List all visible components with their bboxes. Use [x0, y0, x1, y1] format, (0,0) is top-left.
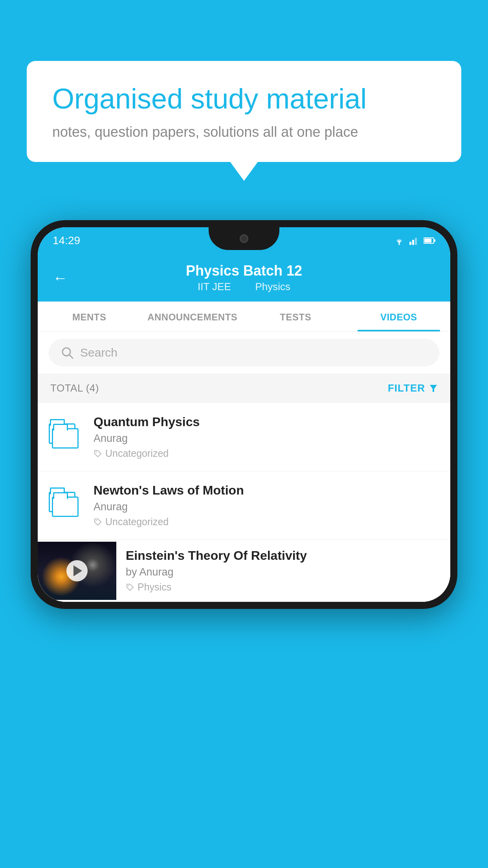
phone-screen: 14:29 [38, 227, 450, 602]
play-button[interactable] [66, 560, 88, 581]
item-tag-text: Physics [138, 581, 171, 593]
item-author: by Anurag [126, 566, 441, 578]
svg-line-8 [69, 355, 73, 358]
folder-front [52, 428, 79, 449]
header-sub-separator [242, 281, 247, 292]
filter-bar: TOTAL (4) FILTER [38, 373, 450, 403]
svg-rect-2 [412, 240, 414, 245]
svg-marker-9 [430, 385, 437, 392]
video-list: Quantum Physics Anurag Uncategorized [38, 403, 450, 602]
filter-button[interactable]: FILTER [388, 382, 438, 394]
tag-icon [94, 518, 102, 526]
search-icon [61, 346, 74, 359]
back-button[interactable]: ← [53, 270, 68, 285]
speech-bubble-card: Organised study material notes, question… [27, 61, 461, 162]
status-icons [394, 236, 435, 245]
tag-icon [126, 583, 134, 592]
notch [209, 227, 279, 250]
app-header: ← Physics Batch 12 IIT JEE Physics [38, 254, 450, 302]
play-triangle-icon [73, 565, 82, 576]
list-item[interactable]: Newton's Laws of Motion Anurag Uncategor… [38, 471, 450, 540]
svg-point-12 [128, 585, 129, 586]
svg-rect-1 [409, 242, 411, 245]
signal-icon [409, 236, 419, 245]
phone-outer: 14:29 [31, 220, 457, 609]
list-item[interactable]: Quantum Physics Anurag Uncategorized [38, 403, 450, 471]
speech-bubble: Organised study material notes, question… [27, 61, 461, 162]
search-bar-container: Search [38, 332, 450, 373]
item-tag: Physics [126, 581, 441, 593]
speech-bubble-title: Organised study material [52, 83, 436, 115]
item-title: Quantum Physics [94, 415, 439, 429]
video-thumbnail [38, 542, 116, 600]
tag-icon [94, 449, 102, 458]
item-title: Einstein's Theory Of Relativity [126, 548, 441, 563]
wifi-icon [394, 236, 405, 245]
item-author: Anurag [94, 501, 439, 513]
tab-ments[interactable]: MENTS [38, 302, 141, 331]
tab-announcements[interactable]: ANNOUNCEMENTS [141, 302, 244, 331]
tab-videos[interactable]: VIDEOS [347, 302, 451, 331]
header-main-title: Physics Batch 12 [75, 263, 413, 279]
tab-tests[interactable]: TESTS [244, 302, 347, 331]
battery-icon [424, 237, 435, 244]
search-bar[interactable]: Search [49, 339, 439, 366]
svg-point-11 [96, 520, 97, 521]
header-sub-part1: IIT JEE [198, 281, 231, 292]
camera-dot [240, 234, 248, 243]
item-tag: Uncategorized [94, 516, 439, 528]
item-tag-text: Uncategorized [105, 516, 169, 528]
list-item[interactable]: Einstein's Theory Of Relativity by Anura… [38, 540, 450, 602]
item-content: Newton's Laws of Motion Anurag Uncategor… [94, 483, 439, 528]
folder-front [52, 497, 79, 517]
status-bar: 14:29 [38, 227, 450, 254]
total-count: TOTAL (4) [50, 382, 99, 394]
item-tag: Uncategorized [94, 448, 439, 459]
speech-bubble-subtitle: notes, question papers, solutions all at… [52, 124, 436, 140]
svg-rect-6 [434, 239, 435, 242]
tabs-bar: MENTS ANNOUNCEMENTS TESTS VIDEOS [38, 302, 450, 332]
header-sub-title: IIT JEE Physics [75, 281, 413, 293]
filter-label: FILTER [388, 382, 425, 394]
folder-icon [49, 423, 84, 451]
item-author: Anurag [94, 432, 439, 445]
svg-point-10 [96, 451, 97, 452]
svg-rect-5 [424, 239, 431, 243]
header-titles: Physics Batch 12 IIT JEE Physics [75, 263, 413, 293]
svg-rect-3 [415, 238, 417, 245]
item-content: Einstein's Theory Of Relativity by Anura… [116, 540, 450, 601]
item-tag-text: Uncategorized [105, 448, 169, 459]
filter-funnel-icon [429, 384, 438, 393]
header-sub-part2: Physics [255, 281, 290, 292]
search-placeholder-text: Search [80, 346, 117, 359]
phone-mockup: 14:29 [31, 220, 457, 609]
svg-point-0 [398, 243, 400, 245]
item-content: Quantum Physics Anurag Uncategorized [94, 415, 439, 459]
folder-icon [49, 492, 84, 519]
status-time: 14:29 [53, 234, 80, 247]
item-title: Newton's Laws of Motion [94, 483, 439, 498]
